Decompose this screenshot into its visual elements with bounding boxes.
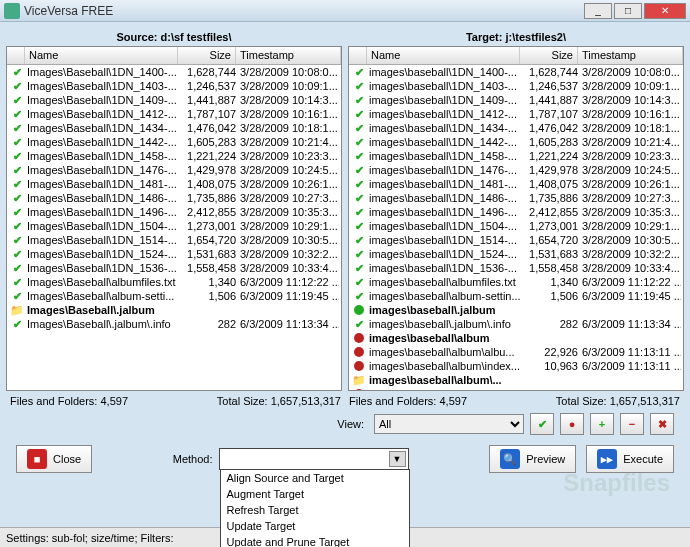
check-icon: ✔ bbox=[355, 248, 364, 261]
file-row[interactable]: images\baseball\album bbox=[349, 331, 683, 345]
file-row[interactable]: ✔ images\baseball\albumfiles.txt 1,340 6… bbox=[349, 275, 683, 289]
file-row[interactable]: ✔ Images\Baseball\1DN_1412-... 1,787,107… bbox=[7, 107, 341, 121]
method-option[interactable]: Refresh Target bbox=[221, 502, 409, 518]
file-name: images\baseball\1DN_1496-... bbox=[367, 206, 522, 218]
play-icon: ▸▸ bbox=[597, 449, 617, 469]
col-size[interactable]: Size bbox=[178, 47, 236, 64]
file-name: Images\Baseball\1DN_1496-... bbox=[25, 206, 180, 218]
include-button[interactable]: ✔ bbox=[530, 413, 554, 435]
file-row[interactable]: images\baseball\.jalbum bbox=[349, 303, 683, 317]
file-size: 1,340 bbox=[522, 276, 578, 288]
file-row[interactable]: ✔ images\baseball\1DN_1536-... 1,558,458… bbox=[349, 261, 683, 275]
file-name: images\baseball\1DN_1524-... bbox=[367, 248, 522, 260]
check-icon: ✔ bbox=[13, 150, 22, 163]
file-row[interactable]: ✔ Images\Baseball\album-setti... 1,506 6… bbox=[7, 289, 341, 303]
file-row[interactable]: ✔ images\baseball\1DN_1514-... 1,654,720… bbox=[349, 233, 683, 247]
file-name: images\baseball\1DN_1536-... bbox=[367, 262, 522, 274]
file-row[interactable]: ✔ Images\Baseball\1DN_1496-... 2,412,855… bbox=[7, 205, 341, 219]
check-icon: ✔ bbox=[355, 122, 364, 135]
file-timestamp: 3/28/2009 10:14:3... bbox=[578, 94, 681, 106]
remove-button[interactable]: − bbox=[620, 413, 644, 435]
folder-icon: 📁 bbox=[352, 374, 366, 387]
file-row[interactable]: images\baseball\album\albu... 22,926 6/3… bbox=[349, 345, 683, 359]
file-timestamp: 3/28/2009 10:27:3... bbox=[236, 192, 339, 204]
method-option[interactable]: Augment Target bbox=[221, 486, 409, 502]
target-file-count: Files and Folders: 4,597 bbox=[349, 395, 467, 407]
file-name: images\baseball\1DN_1442-... bbox=[367, 136, 522, 148]
file-row[interactable]: ✔ Images\Baseball\.jalbum\.info 282 6/3/… bbox=[7, 317, 341, 331]
source-grid[interactable]: Name Size Timestamp ✔ Images\Baseball\1D… bbox=[6, 46, 342, 391]
file-row[interactable]: ✔ Images\Baseball\1DN_1481-... 1,408,075… bbox=[7, 177, 341, 191]
col-timestamp[interactable]: Timestamp bbox=[578, 47, 683, 64]
method-combo[interactable]: Align Source and TargetAugment TargetRef… bbox=[219, 448, 409, 470]
target-grid[interactable]: Name Size Timestamp ✔ images\baseball\1D… bbox=[348, 46, 684, 391]
exclude-button[interactable]: ● bbox=[560, 413, 584, 435]
file-row[interactable]: ✔ Images\Baseball\1DN_1486-... 1,735,886… bbox=[7, 191, 341, 205]
file-row[interactable]: ✔ images\baseball\1DN_1486-... 1,735,886… bbox=[349, 191, 683, 205]
check-icon: ✔ bbox=[355, 150, 364, 163]
file-row[interactable]: ✔ images\baseball\1DN_1504-... 1,273,001… bbox=[349, 219, 683, 233]
method-dropdown[interactable]: Align Source and TargetAugment TargetRef… bbox=[220, 469, 410, 547]
file-row[interactable]: ✔ images\baseball\1DN_1412-... 1,787,107… bbox=[349, 107, 683, 121]
file-row[interactable]: ✔ Images\Baseball\1DN_1476-... 1,429,978… bbox=[7, 163, 341, 177]
file-row[interactable]: ✔ images\baseball\1DN_1400-... 1,628,744… bbox=[349, 65, 683, 79]
method-option[interactable]: Update Target bbox=[221, 518, 409, 534]
file-name: images\baseball\1DN_1514-... bbox=[367, 234, 522, 246]
file-row[interactable]: ✔ images\baseball\1DN_1476-... 1,429,978… bbox=[349, 163, 683, 177]
file-row[interactable]: 📁 images\baseball\album\... bbox=[349, 373, 683, 387]
close-window-button[interactable]: ✕ bbox=[644, 3, 686, 19]
target-header: Target: j:\testfiles2\ bbox=[348, 28, 684, 46]
file-row[interactable]: ✔ Images\Baseball\1DN_1442-... 1,605,283… bbox=[7, 135, 341, 149]
file-size: 1,429,978 bbox=[180, 164, 236, 176]
file-row[interactable]: ✔ images\baseball\1DN_1524-... 1,531,683… bbox=[349, 247, 683, 261]
file-row[interactable]: 📁 Images\Baseball\.jalbum bbox=[7, 303, 341, 317]
file-row[interactable]: ✔ Images\Baseball\1DN_1458-... 1,221,224… bbox=[7, 149, 341, 163]
file-row[interactable]: ✔ images\baseball\album-settin... 1,506 … bbox=[349, 289, 683, 303]
file-row[interactable]: ✔ Images\Baseball\albumfiles.txt 1,340 6… bbox=[7, 275, 341, 289]
file-row[interactable]: ✔ images\baseball\1DN_1496-... 2,412,855… bbox=[349, 205, 683, 219]
delete-button[interactable]: ✖ bbox=[650, 413, 674, 435]
file-timestamp: 3/28/2009 10:24:5... bbox=[236, 164, 339, 176]
view-select[interactable]: All bbox=[374, 414, 524, 434]
file-row[interactable]: ✔ Images\Baseball\1DN_1514-... 1,654,720… bbox=[7, 233, 341, 247]
add-button[interactable]: + bbox=[590, 413, 614, 435]
file-row[interactable]: ✔ images\baseball\1DN_1442-... 1,605,283… bbox=[349, 135, 683, 149]
file-row[interactable]: images\baseball\album\index... 10,963 6/… bbox=[349, 359, 683, 373]
check-icon: ✔ bbox=[13, 164, 22, 177]
delete-icon bbox=[354, 347, 364, 357]
execute-label: Execute bbox=[623, 453, 663, 465]
file-row[interactable]: ✔ Images\Baseball\1DN_1434-... 1,476,042… bbox=[7, 121, 341, 135]
preview-label: Preview bbox=[526, 453, 565, 465]
file-row[interactable]: ✔ Images\Baseball\1DN_1536-... 1,558,458… bbox=[7, 261, 341, 275]
file-row[interactable]: images\baseball\album\res\c... 1,683 3/6… bbox=[349, 387, 683, 391]
file-row[interactable]: ✔ images\baseball\1DN_1434-... 1,476,042… bbox=[349, 121, 683, 135]
file-row[interactable]: ✔ images\baseball\1DN_1481-... 1,408,075… bbox=[349, 177, 683, 191]
file-size: 1,683 bbox=[522, 388, 578, 391]
file-size: 1,628,744 bbox=[522, 66, 578, 78]
file-row[interactable]: ✔ Images\Baseball\1DN_1524-... 1,531,683… bbox=[7, 247, 341, 261]
file-name: images\baseball\1DN_1486-... bbox=[367, 192, 522, 204]
file-row[interactable]: ✔ images\baseball\.jalbum\.info 282 6/3/… bbox=[349, 317, 683, 331]
file-row[interactable]: ✔ images\baseball\1DN_1403-... 1,246,537… bbox=[349, 79, 683, 93]
col-icon[interactable] bbox=[349, 47, 367, 64]
file-row[interactable]: ✔ Images\Baseball\1DN_1409-... 1,441,887… bbox=[7, 93, 341, 107]
col-name[interactable]: Name bbox=[367, 47, 520, 64]
maximize-button[interactable]: □ bbox=[614, 3, 642, 19]
status-text: Settings: sub-fol; size/time; Filters: bbox=[6, 532, 174, 544]
delete-icon bbox=[354, 389, 364, 391]
file-name: Images\Baseball\1DN_1486-... bbox=[25, 192, 180, 204]
file-row[interactable]: ✔ images\baseball\1DN_1409-... 1,441,887… bbox=[349, 93, 683, 107]
col-size[interactable]: Size bbox=[520, 47, 578, 64]
file-timestamp: 3/28/2009 10:16:1... bbox=[236, 108, 339, 120]
col-name[interactable]: Name bbox=[25, 47, 178, 64]
file-row[interactable]: ✔ Images\Baseball\1DN_1403-... 1,246,537… bbox=[7, 79, 341, 93]
method-option[interactable]: Align Source and Target bbox=[221, 470, 409, 486]
col-icon[interactable] bbox=[7, 47, 25, 64]
file-row[interactable]: ✔ Images\Baseball\1DN_1504-... 1,273,001… bbox=[7, 219, 341, 233]
file-row[interactable]: ✔ Images\Baseball\1DN_1400-... 1,628,744… bbox=[7, 65, 341, 79]
method-option[interactable]: Update and Prune Target bbox=[221, 534, 409, 547]
close-button[interactable]: ■ Close bbox=[16, 445, 92, 473]
minimize-button[interactable]: _ bbox=[584, 3, 612, 19]
file-row[interactable]: ✔ images\baseball\1DN_1458-... 1,221,224… bbox=[349, 149, 683, 163]
col-timestamp[interactable]: Timestamp bbox=[236, 47, 341, 64]
